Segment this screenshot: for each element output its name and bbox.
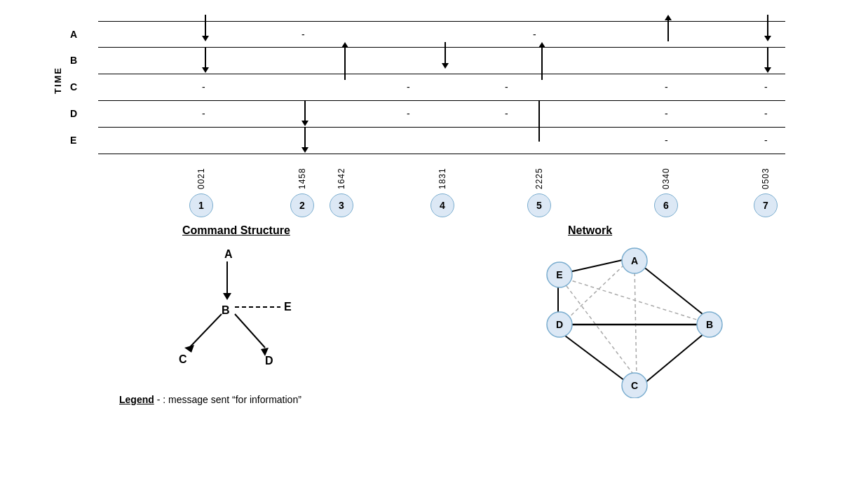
cs-node-c: C xyxy=(179,353,187,365)
line-d-5 xyxy=(538,101,540,128)
network-title: Network xyxy=(568,224,729,237)
num-circle-4: 4 xyxy=(430,193,454,217)
legend-text: - : message sent “for information” xyxy=(154,394,301,405)
arrow-a-1 xyxy=(202,15,209,41)
net-line-ae xyxy=(569,259,625,272)
main-container: TIME A - - xyxy=(0,0,868,497)
row-label-e: E xyxy=(70,135,76,146)
net-line-dc xyxy=(562,334,628,383)
network-section: Network xyxy=(533,224,729,405)
time-value-4: 1831 xyxy=(438,158,447,189)
cs-node-e: E xyxy=(284,301,292,313)
net-node-c-label: C xyxy=(631,380,638,391)
arrow-e-2 xyxy=(301,128,308,153)
net-line-bc xyxy=(645,334,704,383)
arrow-a-6-up xyxy=(665,15,672,41)
legend-label: Legend xyxy=(119,394,154,405)
time-value-2: 1458 xyxy=(297,158,307,189)
cs-node-a: A xyxy=(224,248,233,260)
time-value-7: 0503 xyxy=(761,158,771,189)
dash-c-1: - xyxy=(202,81,205,93)
num-circle-7: 7 xyxy=(754,193,778,217)
dash-c-7: - xyxy=(764,81,768,93)
dash-c-3: - xyxy=(407,81,410,93)
net-line-ad xyxy=(567,265,624,320)
dash-a-2: - xyxy=(301,29,305,40)
cs-arrow-bd-line xyxy=(235,314,265,348)
time-col-7: 0503 7 xyxy=(754,158,778,217)
command-structure-title: Command Structure xyxy=(182,224,407,237)
command-structure-diagram: A B E C D xyxy=(140,244,365,384)
timeline-rows: TIME A - - xyxy=(98,21,785,154)
time-value-3: 1642 xyxy=(337,158,346,189)
row-e: E - - xyxy=(98,128,785,154)
num-circle-5: 5 xyxy=(527,193,551,217)
time-columns-container: 0021 1 1458 2 1642 3 1831 4 2225 5 xyxy=(98,158,785,214)
time-label: TIME xyxy=(53,67,63,94)
net-node-e-label: E xyxy=(556,269,562,280)
dash-d-4: - xyxy=(505,108,508,119)
bottom-section: Command Structure A B E C xyxy=(112,224,826,405)
dash-d-3: - xyxy=(407,108,410,119)
dash-d-1: - xyxy=(202,108,205,119)
network-diagram: A B C D E xyxy=(533,244,729,398)
cs-arrow-bc-head xyxy=(184,345,194,353)
time-col-1: 0021 1 xyxy=(189,158,213,217)
cs-node-b: B xyxy=(222,304,230,316)
dash-a-5: - xyxy=(533,29,536,40)
arrow-d-2 xyxy=(301,101,308,126)
line-e-5 xyxy=(538,128,540,142)
time-value-6: 0340 xyxy=(661,158,671,189)
row-c: C - - - - - xyxy=(98,74,785,101)
time-col-3: 1642 3 xyxy=(330,158,353,217)
arrow-b-7 xyxy=(764,48,771,73)
net-line-ec xyxy=(567,286,637,379)
row-d: D - - - - - xyxy=(98,101,785,128)
row-label-c: C xyxy=(70,81,77,93)
time-value-1: 0021 xyxy=(196,158,206,189)
dash-e-7: - xyxy=(764,135,768,146)
time-col-5: 2225 5 xyxy=(527,158,551,217)
row-label-d: D xyxy=(70,108,77,119)
legend: Legend - : message sent “for information… xyxy=(119,394,407,405)
dash-d-6: - xyxy=(665,108,668,119)
command-structure-section: Command Structure A B E C xyxy=(112,224,407,405)
dash-d-7: - xyxy=(764,108,768,119)
num-circle-1: 1 xyxy=(189,193,213,217)
cs-arrow-ab-head xyxy=(223,293,231,300)
time-col-2: 1458 2 xyxy=(290,158,314,217)
time-col-6: 0340 6 xyxy=(654,158,678,217)
dash-c-4: - xyxy=(505,81,508,93)
dash-e-6: - xyxy=(665,135,668,146)
net-line-ab xyxy=(639,264,703,314)
net-line-ac xyxy=(635,266,637,379)
row-label-a: A xyxy=(70,29,77,40)
num-circle-2: 2 xyxy=(290,193,314,217)
row-b: B xyxy=(98,48,785,74)
cs-node-d: D xyxy=(265,355,273,367)
num-circle-6: 6 xyxy=(654,193,678,217)
time-value-5: 2225 xyxy=(534,158,544,189)
net-node-b-label: B xyxy=(706,319,713,330)
dash-c-6: - xyxy=(665,81,668,93)
arrow-b-1 xyxy=(202,48,209,73)
num-circle-3: 3 xyxy=(330,193,353,217)
arrow-a-7 xyxy=(764,15,771,41)
row-label-b: B xyxy=(70,55,77,66)
net-node-a-label: A xyxy=(631,255,638,266)
cs-arrow-bc-line xyxy=(189,314,222,348)
chart-area: TIME A - - xyxy=(98,21,826,214)
time-col-4: 1831 4 xyxy=(430,158,454,217)
net-node-d-label: D xyxy=(556,319,563,330)
arrow-b-4 xyxy=(442,42,449,69)
